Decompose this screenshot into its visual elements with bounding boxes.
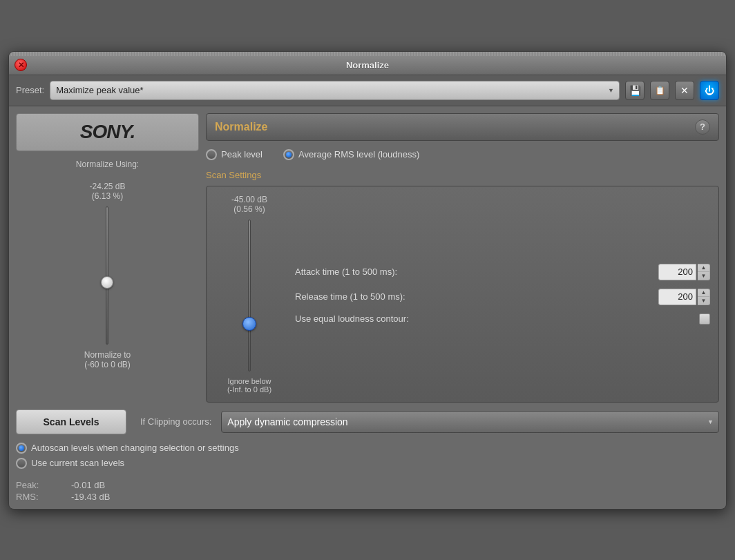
peak-radio-outer bbox=[206, 149, 217, 160]
normalize-mode-row: Peak level Average RMS level (loudness) bbox=[206, 146, 719, 163]
power-button[interactable]: ⏻ bbox=[700, 81, 719, 100]
peak-level-radio[interactable]: Peak level bbox=[206, 149, 262, 160]
delete-button[interactable]: ✕ bbox=[675, 81, 694, 100]
normalize-slider-track bbox=[106, 206, 108, 345]
sony-logo-box: SONY. bbox=[16, 113, 199, 151]
rms-level-label: Average RMS level (loudness) bbox=[298, 149, 419, 160]
main-content: SONY. Normalize Using: -24.25 dB (6.13 %… bbox=[9, 106, 726, 409]
window-title: Normalize bbox=[346, 60, 389, 70]
peak-stat-label: Peak: bbox=[16, 480, 57, 490]
use-current-radio-outer bbox=[16, 458, 27, 469]
preset-bar: Preset: Maximize peak value* Normalize t… bbox=[9, 75, 726, 106]
bottom-radios: Autoscan levels when changing selection … bbox=[9, 440, 726, 477]
attack-time-down[interactable]: ▼ bbox=[698, 272, 709, 280]
normalize-value: -24.25 dB (6.13 %) bbox=[89, 182, 125, 201]
use-current-label: Use current scan levels bbox=[31, 458, 124, 468]
autoscan-radio-outer bbox=[16, 443, 27, 454]
release-time-row: Release time (1 to 500 ms): ▲ ▼ bbox=[295, 289, 710, 305]
help-button[interactable]: ? bbox=[695, 119, 710, 135]
use-current-radio[interactable]: Use current scan levels bbox=[16, 458, 719, 469]
scan-settings-label: Scan Settings bbox=[206, 170, 719, 180]
compression-select[interactable]: Apply dynamic compression Clip audio Red… bbox=[221, 411, 719, 433]
right-panel: Normalize ? Peak level Average RMS level… bbox=[206, 113, 719, 403]
release-time-down[interactable]: ▼ bbox=[698, 297, 709, 305]
ignore-below-bottom-label: Ignore below (-Inf. to 0 dB) bbox=[227, 377, 271, 394]
attack-time-row: Attack time (1 to 500 ms): ▲ ▼ bbox=[295, 264, 710, 280]
ignore-below-slider-area: -45.00 dB (0.56 %) Ignore below (-Inf. t… bbox=[215, 195, 284, 394]
scan-settings-box: -45.00 dB (0.56 %) Ignore below (-Inf. t… bbox=[206, 186, 719, 403]
scan-levels-button[interactable]: Scan Levels bbox=[16, 409, 126, 434]
rms-stat-value: -19.43 dB bbox=[57, 492, 719, 502]
normalize-slider-container: -24.25 dB (6.13 %) Normalize to (-60 to … bbox=[84, 175, 131, 403]
attack-time-up[interactable]: ▲ bbox=[698, 264, 709, 273]
peak-stat-value: -0.01 dB bbox=[57, 480, 719, 490]
left-panel: SONY. Normalize Using: -24.25 dB (6.13 %… bbox=[16, 113, 199, 403]
scan-controls: Attack time (1 to 500 ms): ▲ ▼ Release t… bbox=[295, 195, 710, 394]
release-time-input[interactable] bbox=[658, 289, 696, 305]
save-copy-button[interactable]: 📋 bbox=[650, 81, 669, 100]
autoscan-radio[interactable]: Autoscan levels when changing selection … bbox=[16, 443, 719, 454]
normalize-bottom-label: Normalize to (-60 to 0 dB) bbox=[84, 350, 131, 369]
ignore-below-slider-track bbox=[248, 220, 251, 371]
equal-loudness-checkbox[interactable] bbox=[699, 313, 710, 325]
attack-time-label: Attack time (1 to 500 ms): bbox=[295, 267, 653, 277]
plugin-header: Normalize ? bbox=[206, 113, 719, 141]
bottom-action-bar: Scan Levels If Clipping occurs: Apply dy… bbox=[9, 409, 726, 440]
plugin-title: Normalize bbox=[215, 121, 267, 133]
peak-level-label: Peak level bbox=[221, 149, 262, 160]
preset-label: Preset: bbox=[16, 85, 44, 95]
titlebar: ✕ Normalize bbox=[9, 56, 726, 75]
attack-time-arrows: ▲ ▼ bbox=[698, 264, 710, 280]
close-button[interactable]: ✕ bbox=[15, 59, 27, 71]
release-time-arrows: ▲ ▼ bbox=[698, 289, 710, 305]
equal-loudness-label: Use equal loudness contour: bbox=[295, 313, 409, 324]
sony-logo: SONY. bbox=[80, 121, 135, 143]
ignore-below-slider-thumb[interactable] bbox=[242, 317, 256, 331]
rms-level-radio[interactable]: Average RMS level (loudness) bbox=[283, 149, 419, 160]
autoscan-label: Autoscan levels when changing selection … bbox=[31, 443, 239, 453]
equal-loudness-row: Use equal loudness contour: bbox=[295, 313, 710, 325]
rms-stat-label: RMS: bbox=[16, 492, 57, 502]
release-time-label: Release time (1 to 500 ms): bbox=[295, 291, 653, 302]
release-time-spinbox: ▲ ▼ bbox=[658, 289, 710, 305]
attack-time-input[interactable] bbox=[658, 264, 696, 280]
attack-time-spinbox: ▲ ▼ bbox=[658, 264, 710, 280]
if-clipping-label: If Clipping occurs: bbox=[140, 416, 211, 427]
preset-select[interactable]: Maximize peak value* Normalize to -3dB N… bbox=[50, 81, 620, 100]
main-window: ✕ Normalize Preset: Maximize peak value*… bbox=[8, 51, 727, 510]
preset-select-wrapper: Maximize peak value* Normalize to -3dB N… bbox=[50, 81, 620, 100]
rms-radio-fill bbox=[286, 152, 292, 157]
normalize-using-label: Normalize Using: bbox=[76, 160, 139, 169]
rms-radio-outer bbox=[283, 149, 294, 160]
stats-bar: Peak: -0.01 dB RMS: -19.43 dB bbox=[9, 477, 726, 509]
normalize-slider-thumb[interactable] bbox=[101, 276, 113, 289]
compression-select-wrapper: Apply dynamic compression Clip audio Red… bbox=[221, 411, 719, 433]
autoscan-radio-fill bbox=[19, 445, 24, 451]
ignore-below-value: -45.00 dB (0.56 %) bbox=[231, 195, 267, 214]
save-button[interactable]: 💾 bbox=[625, 81, 645, 100]
release-time-up[interactable]: ▲ bbox=[698, 289, 709, 298]
